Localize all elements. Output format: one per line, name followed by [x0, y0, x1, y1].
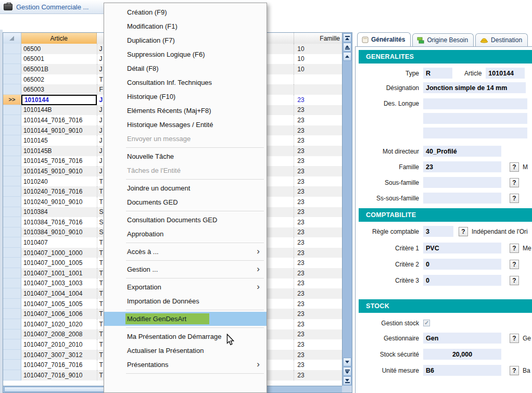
article-cell[interactable]: 1010407_7016_9010	[21, 370, 97, 381]
article-cell[interactable]: 065001	[21, 54, 97, 65]
famille-cell[interactable]: 10	[294, 44, 342, 54]
row-selector[interactable]	[3, 319, 21, 329]
menu-item-documents-ged[interactable]: Documents GED	[104, 195, 267, 209]
page-down-icon[interactable]	[343, 367, 351, 376]
sous-famille-lookup-button[interactable]: ?	[510, 178, 519, 187]
article-cell[interactable]: 1010407	[21, 237, 97, 248]
row-selector[interactable]	[3, 288, 21, 299]
article-cell[interactable]: 1010145	[21, 135, 97, 146]
article-cell[interactable]: 065001B	[21, 64, 97, 74]
article-cell[interactable]: 1010407_1006_1006	[21, 309, 97, 319]
row-selector[interactable]	[3, 44, 21, 54]
row-selector[interactable]	[3, 156, 21, 167]
row-selector[interactable]	[3, 370, 21, 381]
type-field[interactable]: R	[423, 68, 452, 79]
row-selector[interactable]	[3, 166, 21, 176]
menu-item-nouvelle-tache[interactable]: Nouvelle Tâche	[104, 149, 267, 163]
famille-cell[interactable]: 23	[294, 370, 342, 381]
menu-item-gestion[interactable]: Gestion ...›	[104, 262, 267, 276]
menu-item-consultation-documents-ged[interactable]: Consultation Documents GED	[104, 213, 267, 227]
menu-item-exportation[interactable]: Exportation›	[104, 280, 267, 294]
article-cell[interactable]: 1010240	[21, 176, 97, 187]
row-selector[interactable]	[3, 135, 21, 146]
article-cell[interactable]: 1010240_9010_9010	[21, 197, 97, 207]
famille-cell[interactable]	[294, 74, 342, 85]
row-selector[interactable]	[3, 339, 21, 350]
row-selector[interactable]: >>	[3, 95, 21, 105]
famille-cell[interactable]: 10	[294, 54, 342, 65]
critere1-field[interactable]: PVC	[423, 243, 501, 253]
menu-item-modifier-gendesart[interactable]: Modifier GenDesArt	[104, 312, 267, 326]
famille-cell[interactable]: 23	[294, 156, 342, 167]
menu-item-duplication-f7[interactable]: Duplication (F7)	[104, 33, 267, 47]
famille-field[interactable]: 23	[423, 161, 501, 172]
famille-cell[interactable]: 23	[294, 115, 342, 125]
article-cell[interactable]: 1010384	[21, 207, 97, 218]
tab-generalites[interactable]: Généralités	[357, 32, 411, 46]
article-cell[interactable]: 1010240_7016_7016	[21, 186, 97, 197]
row-selector[interactable]	[3, 278, 21, 289]
row-selector[interactable]	[3, 268, 21, 278]
famille-cell[interactable]: 23	[294, 95, 342, 105]
page-up-icon[interactable]	[343, 43, 351, 52]
menu-item-modification-f1[interactable]: Modification (F1)	[104, 19, 267, 33]
famille-cell[interactable]: 23	[294, 309, 342, 319]
famille-cell[interactable]: 23	[294, 217, 342, 227]
menu-item-consultation-inf-techniques[interactable]: Consultation Inf. Techniques	[104, 75, 267, 90]
critere2-lookup-button[interactable]: ?	[510, 260, 519, 269]
vertical-scrollbar[interactable]	[342, 33, 352, 386]
row-selector[interactable]	[3, 197, 21, 207]
critere1-lookup-button[interactable]: ?	[510, 244, 519, 253]
article-cell[interactable]: 1010407_2008_2008	[21, 329, 97, 340]
article-field[interactable]: 1010144	[486, 68, 525, 79]
row-selector[interactable]	[3, 54, 21, 65]
menu-item-elements-recents-maj-f8[interactable]: Eléments Récents (Maj+F8)	[104, 104, 267, 118]
row-selector[interactable]	[3, 299, 21, 309]
mot-directeur-field[interactable]: 40_Profilé	[423, 146, 501, 157]
famille-cell[interactable]: 23	[294, 125, 342, 136]
famille-cell[interactable]: 10	[294, 64, 342, 74]
gestionnaire-field[interactable]: Gen	[423, 333, 501, 344]
article-cell[interactable]: 1010407_1003_1003	[21, 278, 97, 289]
row-selector[interactable]	[3, 217, 21, 227]
famille-cell[interactable]: 23	[294, 146, 342, 156]
select-all-header[interactable]	[3, 33, 21, 44]
column-header-famille[interactable]: Famille	[294, 33, 342, 44]
scroll-bottom-icon[interactable]	[343, 376, 351, 385]
row-selector[interactable]	[3, 146, 21, 156]
article-cell[interactable]: 065002	[21, 74, 97, 85]
des-longue-field-2[interactable]	[423, 113, 527, 124]
row-selector[interactable]	[3, 329, 21, 340]
row-selector[interactable]	[3, 74, 21, 85]
regle-comptable-lookup-button[interactable]: ?	[459, 227, 468, 236]
article-cell[interactable]: 1010144B	[21, 105, 97, 116]
article-cell[interactable]: 1010145_7016_7016	[21, 156, 97, 167]
article-cell[interactable]: 1010407_1005_1005	[21, 299, 97, 309]
famille-cell[interactable]: 23	[294, 350, 342, 360]
row-selector[interactable]	[3, 105, 21, 116]
des-longue-field-1[interactable]	[423, 98, 527, 109]
famille-cell[interactable]: 23	[294, 227, 342, 238]
menu-item-importation-de-donnees[interactable]: Importation de Données	[104, 294, 267, 308]
famille-cell[interactable]: 23	[294, 339, 342, 350]
article-cell[interactable]: 1010407_1020_1020	[21, 319, 97, 329]
stock-securite-field[interactable]: 20,000	[423, 349, 501, 360]
row-selector[interactable]	[3, 176, 21, 187]
tab-destination[interactable]: Destination	[475, 33, 528, 46]
row-selector[interactable]	[3, 258, 21, 268]
famille-cell[interactable]: 23	[294, 288, 342, 299]
famille-cell[interactable]: 23	[294, 197, 342, 207]
row-selector[interactable]	[3, 64, 21, 74]
famille-lookup-button[interactable]: ?	[510, 162, 519, 172]
famille-cell[interactable]: 23	[294, 258, 342, 268]
famille-cell[interactable]: 23	[294, 268, 342, 278]
famille-cell[interactable]: 23	[294, 135, 342, 146]
menu-item-presentations[interactable]: Présentations›	[104, 358, 267, 372]
unite-mesure-field[interactable]: B6	[423, 365, 501, 376]
famille-cell[interactable]: 23	[294, 237, 342, 248]
row-selector[interactable]	[3, 360, 21, 370]
menu-item-approbation[interactable]: Approbation	[104, 227, 267, 241]
article-cell[interactable]: 06500	[21, 44, 97, 54]
menu-item-suppression-logique-f6[interactable]: Suppression Logique (F6)	[104, 47, 267, 61]
article-cell[interactable]: 1010407_2010_2010	[21, 339, 97, 350]
